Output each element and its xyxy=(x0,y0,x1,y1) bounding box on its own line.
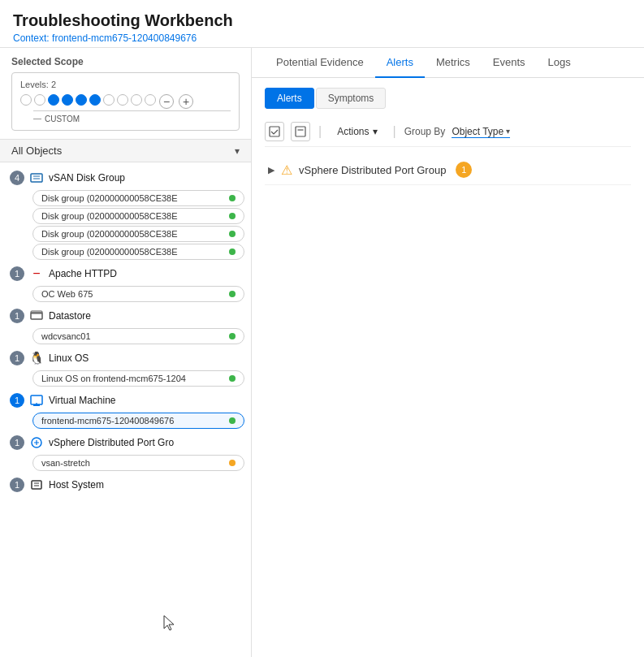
svg-rect-9 xyxy=(32,481,41,489)
warning-icon: ⚠ xyxy=(281,162,292,178)
badge-vm: 1 xyxy=(10,393,24,408)
deselect-all-button[interactable] xyxy=(291,122,310,141)
item-text: OC Web 675 xyxy=(41,289,93,299)
separator-2: | xyxy=(393,124,396,139)
badge-apache: 1 xyxy=(10,266,24,281)
list-item[interactable]: Disk group (020000000058CE38E xyxy=(32,226,244,242)
object-name-datastore: Datastore xyxy=(49,310,91,322)
item-text: Disk group (020000000058CE38E xyxy=(41,247,178,257)
group-by-label: Group By xyxy=(404,126,446,137)
svg-rect-12 xyxy=(270,127,279,136)
status-indicator xyxy=(229,291,236,297)
status-indicator xyxy=(229,460,236,466)
increase-level-button[interactable]: + xyxy=(179,94,193,109)
object-group-header-datastore[interactable]: 1 Datastore xyxy=(0,305,251,326)
object-name-vm: Virtual Machine xyxy=(49,395,116,406)
badge-datastore: 1 xyxy=(10,309,24,323)
levels-label: Levels: 2 xyxy=(20,80,231,89)
badge-vsphere: 1 xyxy=(10,435,24,450)
object-group-header-apache[interactable]: 1 − Apache HTTPD xyxy=(0,263,251,284)
actions-dropdown[interactable]: Actions ▾ xyxy=(330,123,384,140)
status-indicator xyxy=(229,213,236,219)
header: Troubleshooting Workbench Context: front… xyxy=(0,0,644,48)
select-all-button[interactable] xyxy=(265,122,284,141)
linux-icon: 🐧 xyxy=(29,351,44,365)
dot-7 xyxy=(103,94,115,106)
tab-alerts[interactable]: Alerts xyxy=(375,48,425,78)
list-item[interactable]: Disk group (020000000058CE38E xyxy=(32,244,244,260)
sub-tab-symptoms[interactable]: Symptoms xyxy=(316,88,387,109)
result-text: vSphere Distributed Port Group xyxy=(299,164,446,176)
vm-icon xyxy=(29,393,44,408)
tab-potential-evidence[interactable]: Potential Evidence xyxy=(265,48,375,78)
host-icon xyxy=(29,478,44,492)
object-group-header-linux[interactable]: 1 🐧 Linux OS xyxy=(0,348,251,369)
cursor-indicator xyxy=(162,614,177,634)
expand-arrow-icon[interactable]: ▶ xyxy=(268,165,274,175)
all-objects-header[interactable]: All Objects ▾ xyxy=(0,139,251,162)
object-list: 4 vSAN Disk Group Disk group (0200000000… xyxy=(0,162,251,657)
result-count-badge: 1 xyxy=(456,162,472,178)
dot-8 xyxy=(117,94,128,106)
header-context: Context: frontend-mcm675-120400849676 xyxy=(13,32,631,44)
list-item[interactable]: wdcvsanc01 xyxy=(32,328,244,344)
group-by-caret-icon: ▾ xyxy=(506,127,510,136)
list-item[interactable]: Linux OS on frontend-mcm675-1204 xyxy=(32,370,244,387)
tab-bar: Potential Evidence Alerts Metrics Events… xyxy=(252,48,644,78)
item-text: Linux OS on frontend-mcm675-1204 xyxy=(41,374,186,383)
item-text: vsan-stretch xyxy=(41,458,90,468)
tab-logs[interactable]: Logs xyxy=(537,48,582,78)
list-item[interactable]: Disk group (020000000058CE38E xyxy=(32,208,244,224)
object-group-header-host[interactable]: 1 Host System xyxy=(0,474,251,495)
object-name-apache: Apache HTTPD xyxy=(49,268,117,279)
actions-label: Actions xyxy=(337,126,369,137)
group-by-value-text: Object Type xyxy=(452,126,504,137)
list-item[interactable]: vsan-stretch xyxy=(32,455,244,471)
dot-5 xyxy=(76,94,87,106)
object-group-header-vsphere[interactable]: 1 vSphere Distributed Port Gro xyxy=(0,432,251,453)
selected-scope-title: Selected Scope xyxy=(11,56,240,67)
level-dots xyxy=(20,94,156,106)
object-name-linux: Linux OS xyxy=(49,352,89,364)
object-group-apache: 1 − Apache HTTPD OC Web 675 xyxy=(0,263,251,302)
object-group-linux: 1 🐧 Linux OS Linux OS on frontend-mcm675… xyxy=(0,348,251,387)
object-group-datastore: 1 Datastore wdcvsanc01 xyxy=(0,305,251,344)
object-group-header-vm[interactable]: 1 Virtual Machine xyxy=(0,390,251,411)
apache-icon: − xyxy=(29,266,44,281)
object-group-vsphere: 1 vSphere Distributed Port Gro vsan-stre… xyxy=(0,432,251,471)
datastore-icon xyxy=(29,309,44,323)
tab-metrics[interactable]: Metrics xyxy=(425,48,482,78)
item-text: Disk group (020000000058CE38E xyxy=(41,229,178,239)
dot-2 xyxy=(34,94,45,106)
object-group-vsan: 4 vSAN Disk Group Disk group (0200000000… xyxy=(0,167,251,260)
status-indicator xyxy=(229,249,236,255)
object-group-header-vsan[interactable]: 4 vSAN Disk Group xyxy=(0,167,251,188)
vsan-icon xyxy=(29,171,44,185)
list-item[interactable]: Disk group (020000000058CE38E xyxy=(32,190,244,206)
custom-label: CUSTOM xyxy=(33,110,231,123)
list-item[interactable]: OC Web 675 xyxy=(32,286,244,302)
result-row[interactable]: ▶ ⚠ vSphere Distributed Port Group 1 xyxy=(265,155,631,185)
separator-1: | xyxy=(318,124,322,139)
object-group-host: 1 Host System xyxy=(0,474,251,495)
group-by-dropdown[interactable]: Object Type ▾ xyxy=(452,126,510,138)
selected-scope-section: Selected Scope Levels: 2 xyxy=(0,48,251,139)
item-text: wdcvsanc01 xyxy=(41,331,91,341)
svg-rect-6 xyxy=(33,404,40,406)
context-value[interactable]: frontend-mcm675-120400849676 xyxy=(52,32,197,44)
badge-host: 1 xyxy=(10,478,24,492)
item-text: Disk group (020000000058CE38E xyxy=(41,211,178,221)
list-item[interactable]: frontend-mcm675-120400849676 xyxy=(32,413,244,429)
svg-rect-0 xyxy=(31,174,42,182)
status-indicator xyxy=(229,231,236,237)
action-bar: | Actions ▾ | Group By Object Type ▾ xyxy=(265,117,631,147)
sub-tab-alerts[interactable]: Alerts xyxy=(265,88,314,109)
all-objects-chevron-icon: ▾ xyxy=(235,145,240,157)
dot-9 xyxy=(131,94,142,106)
dot-1 xyxy=(20,94,32,106)
tab-events[interactable]: Events xyxy=(482,48,537,78)
decrease-level-button[interactable]: − xyxy=(159,94,174,109)
dot-6 xyxy=(89,94,101,106)
app-title: Troubleshooting Workbench xyxy=(13,11,631,30)
all-objects-label: All Objects xyxy=(11,145,62,157)
